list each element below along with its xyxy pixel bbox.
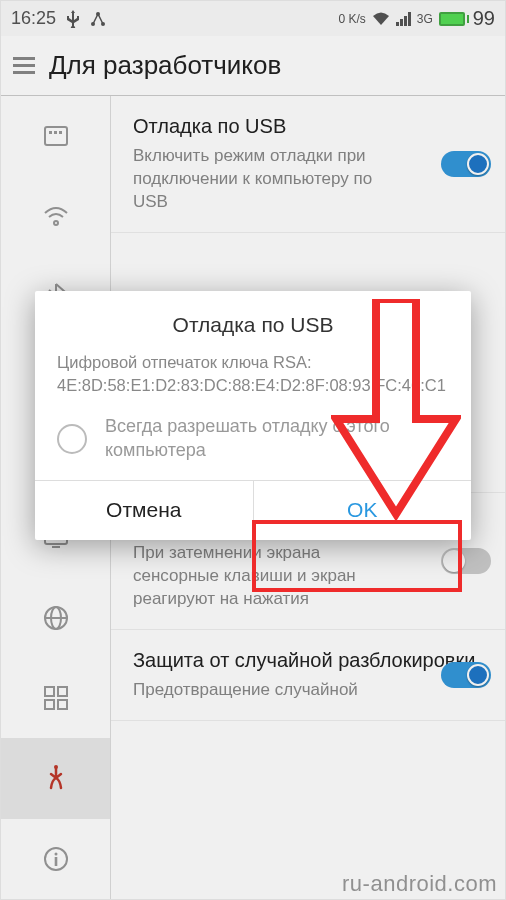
watermark: ru-android.com <box>342 871 497 897</box>
ok-button[interactable]: OK <box>254 481 472 540</box>
usb-debug-dialog: Отладка по USB Цифровой отпечаток ключа … <box>35 291 471 540</box>
always-allow-label: Всегда разрешать отладку с этого компьют… <box>105 415 449 462</box>
dialog-actions: Отмена OK <box>35 480 471 540</box>
dialog-fingerprint-label: Цифровой отпечаток ключа RSA: <box>57 351 449 374</box>
dialog-fingerprint-value: 4E:8D:58:E1:D2:83:DC:88:E4:D2:8F:08:93:F… <box>57 374 449 397</box>
cancel-button[interactable]: Отмена <box>35 481 254 540</box>
dialog-body: Цифровой отпечаток ключа RSA: 4E:8D:58:E… <box>35 351 471 480</box>
dialog-title: Отладка по USB <box>35 291 471 351</box>
always-allow-checkbox[interactable] <box>57 424 87 454</box>
